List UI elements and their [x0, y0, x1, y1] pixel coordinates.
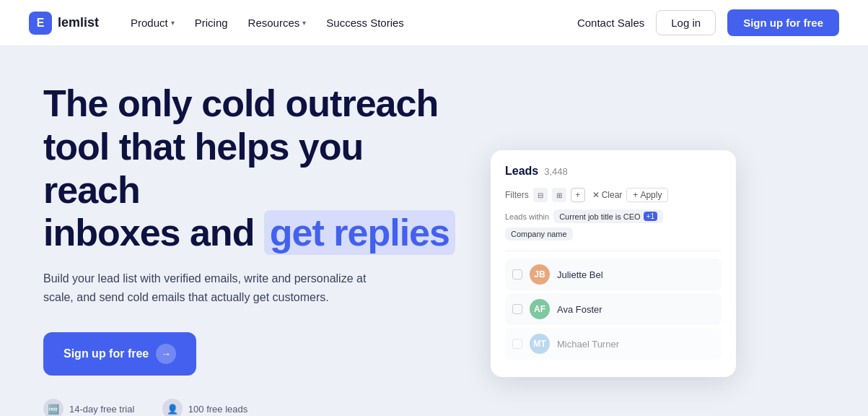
filter-tags-row: Leads within Current job title is CEO +1…	[505, 209, 722, 240]
logo[interactable]: E lemlist	[29, 12, 99, 35]
trial-icon: 🆓	[43, 399, 63, 416]
navbar-left: E lemlist Product ▾ Pricing Resources ▾ …	[29, 11, 413, 35]
hero-signup-button[interactable]: Sign up for free →	[43, 332, 196, 376]
lead-name-2: Ava Foster	[557, 304, 602, 315]
badge-trial: 🆓 14-day free trial	[43, 399, 139, 416]
leads-card: Leads 3,448 Filters ⊟ ⊞ + ✕ Clear + Appl…	[491, 150, 736, 377]
lead-avatar-1: JB	[530, 264, 550, 285]
hero-highlight: get replies	[264, 210, 455, 255]
badge-group-right: 👤 100 free leads 🛡 Free features to avoi…	[162, 399, 305, 416]
leads-within-label: Leads within	[505, 212, 549, 221]
badge-leads: 👤 100 free leads	[162, 399, 305, 416]
navbar-right: Contact Sales Log in Sign up for free	[577, 9, 839, 36]
lead-checkbox-3[interactable]	[512, 339, 522, 349]
filter-icon-2[interactable]: ⊞	[552, 188, 566, 202]
nav-pricing[interactable]: Pricing	[186, 11, 237, 35]
hero-cta: Sign up for free →	[43, 332, 462, 376]
filter-apply-button[interactable]: + Apply	[626, 188, 668, 202]
chevron-down-icon: ▾	[302, 19, 306, 27]
filter-plus-button[interactable]: +	[571, 188, 585, 202]
hero-badges: 🆓 14-day free trial 💳 No card required 👤…	[43, 399, 462, 416]
lead-checkbox-1[interactable]	[512, 269, 522, 280]
leads-icon: 👤	[162, 399, 183, 416]
login-button[interactable]: Log in	[656, 10, 716, 35]
lead-avatar-2: AF	[530, 299, 550, 319]
contact-sales-link[interactable]: Contact Sales	[577, 17, 644, 29]
lead-row: AF Ava Foster	[505, 293, 722, 325]
nav-links: Product ▾ Pricing Resources ▾ Success St…	[122, 11, 413, 35]
lead-row: MT Michael Turner	[505, 328, 722, 360]
leads-divider	[505, 251, 722, 251]
hero-subtitle: Build your lead list with verified email…	[43, 269, 390, 306]
nav-resources[interactable]: Resources ▾	[240, 11, 315, 35]
hero-title: The only cold outreach tool that helps y…	[43, 82, 462, 255]
lead-name-1: Juliette Bel	[557, 269, 603, 280]
leads-filters: Filters ⊟ ⊞ + ✕ Clear + Apply	[505, 188, 722, 202]
signup-button[interactable]: Sign up for free	[727, 9, 839, 36]
hero-left: The only cold outreach tool that helps y…	[43, 82, 462, 416]
leads-title: Leads	[505, 165, 538, 178]
arrow-icon: →	[156, 344, 176, 364]
lead-checkbox-2[interactable]	[512, 304, 522, 314]
lead-name-3: Michael Turner	[557, 339, 619, 350]
nav-product[interactable]: Product ▾	[122, 11, 183, 35]
lead-row: JB Juliette Bel	[505, 259, 722, 290]
navbar: E lemlist Product ▾ Pricing Resources ▾ …	[0, 0, 868, 46]
filter-label: Filters	[505, 190, 529, 200]
badge-group-left: 🆓 14-day free trial 💳 No card required	[43, 399, 139, 416]
filter-icon-1[interactable]: ⊟	[533, 188, 548, 202]
logo-text: lemlist	[58, 15, 99, 30]
filter-tag-job-title[interactable]: Current job title is CEO +1	[553, 209, 663, 223]
hero-right: Leads 3,448 Filters ⊟ ⊞ + ✕ Clear + Appl…	[491, 150, 736, 377]
nav-success-stories[interactable]: Success Stories	[317, 11, 413, 35]
filter-clear-button[interactable]: ✕ Clear	[592, 190, 623, 200]
lead-avatar-3: MT	[530, 334, 550, 354]
leads-count: 3,448	[544, 166, 568, 177]
leads-header: Leads 3,448	[505, 165, 722, 178]
filter-tag-company[interactable]: Company name	[505, 228, 573, 240]
chevron-down-icon: ▾	[171, 19, 175, 27]
logo-icon: E	[29, 12, 52, 35]
hero-section: The only cold outreach tool that helps y…	[0, 46, 868, 416]
